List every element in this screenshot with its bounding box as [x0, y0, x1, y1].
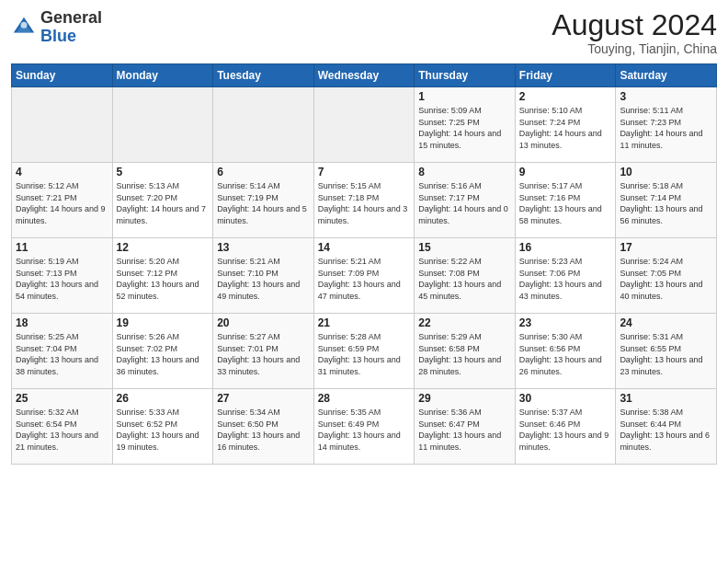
day-info: Sunrise: 5:26 AMSunset: 7:02 PMDaylight:… [117, 331, 210, 377]
day-info: Sunrise: 5:32 AMSunset: 6:54 PMDaylight:… [16, 407, 108, 453]
logo: General Blue [11, 9, 102, 46]
day-number: 29 [418, 392, 511, 405]
calendar-cell: 12Sunrise: 5:20 AMSunset: 7:12 PMDayligh… [112, 238, 213, 314]
calendar-cell: 10Sunrise: 5:18 AMSunset: 7:14 PMDayligh… [616, 163, 717, 238]
day-info: Sunrise: 5:13 AMSunset: 7:20 PMDaylight:… [117, 180, 210, 226]
calendar-week-5: 25Sunrise: 5:32 AMSunset: 6:54 PMDayligh… [12, 389, 717, 465]
col-friday: Friday [515, 64, 616, 87]
calendar-cell: 30Sunrise: 5:37 AMSunset: 6:46 PMDayligh… [515, 389, 616, 465]
col-monday: Monday [112, 64, 213, 87]
day-info: Sunrise: 5:22 AMSunset: 7:08 PMDaylight:… [418, 256, 511, 302]
calendar-cell: 5Sunrise: 5:13 AMSunset: 7:20 PMDaylight… [112, 163, 213, 238]
calendar-header: Sunday Monday Tuesday Wednesday Thursday… [12, 64, 717, 87]
calendar-cell: 31Sunrise: 5:38 AMSunset: 6:44 PMDayligh… [616, 389, 717, 465]
calendar-cell: 7Sunrise: 5:15 AMSunset: 7:18 PMDaylight… [313, 163, 415, 238]
calendar-cell: 18Sunrise: 5:25 AMSunset: 7:04 PMDayligh… [12, 314, 113, 389]
calendar-cell [313, 87, 415, 163]
calendar-cell: 2Sunrise: 5:10 AMSunset: 7:24 PMDaylight… [515, 87, 616, 163]
day-info: Sunrise: 5:27 AMSunset: 7:01 PMDaylight:… [217, 331, 310, 377]
day-number: 3 [620, 90, 712, 103]
day-number: 2 [519, 90, 612, 103]
day-info: Sunrise: 5:33 AMSunset: 6:52 PMDaylight:… [117, 407, 210, 453]
day-number: 7 [318, 166, 411, 178]
day-number: 23 [519, 316, 612, 329]
calendar-cell: 21Sunrise: 5:28 AMSunset: 6:59 PMDayligh… [313, 314, 415, 389]
day-info: Sunrise: 5:38 AMSunset: 6:44 PMDaylight:… [620, 407, 712, 453]
calendar-week-3: 11Sunrise: 5:19 AMSunset: 7:13 PMDayligh… [12, 238, 717, 314]
day-info: Sunrise: 5:12 AMSunset: 7:21 PMDaylight:… [16, 180, 108, 226]
calendar-cell: 25Sunrise: 5:32 AMSunset: 6:54 PMDayligh… [12, 389, 113, 465]
col-thursday: Thursday [415, 64, 516, 87]
day-info: Sunrise: 5:25 AMSunset: 7:04 PMDaylight:… [16, 331, 108, 377]
calendar-table: Sunday Monday Tuesday Wednesday Thursday… [11, 63, 717, 465]
day-number: 5 [117, 166, 210, 178]
day-number: 17 [620, 241, 712, 254]
day-number: 13 [217, 241, 310, 254]
day-info: Sunrise: 5:30 AMSunset: 6:56 PMDaylight:… [519, 331, 612, 377]
calendar-week-4: 18Sunrise: 5:25 AMSunset: 7:04 PMDayligh… [12, 314, 717, 389]
day-number: 26 [117, 392, 210, 405]
calendar-cell: 1Sunrise: 5:09 AMSunset: 7:25 PMDaylight… [415, 87, 516, 163]
day-number: 20 [217, 316, 310, 329]
day-number: 30 [519, 392, 612, 405]
day-number: 10 [620, 166, 712, 178]
logo-general-text: General [40, 8, 102, 27]
day-number: 1 [418, 90, 511, 103]
day-number: 14 [318, 241, 411, 254]
day-number: 21 [318, 316, 411, 329]
header: General Blue August 2024 Touying, Tianji… [11, 9, 717, 56]
calendar-cell: 16Sunrise: 5:23 AMSunset: 7:06 PMDayligh… [515, 238, 616, 314]
day-info: Sunrise: 5:37 AMSunset: 6:46 PMDaylight:… [519, 407, 612, 453]
day-number: 24 [620, 316, 712, 329]
day-info: Sunrise: 5:11 AMSunset: 7:23 PMDaylight:… [620, 105, 712, 151]
day-info: Sunrise: 5:29 AMSunset: 6:58 PMDaylight:… [418, 331, 511, 377]
day-info: Sunrise: 5:15 AMSunset: 7:18 PMDaylight:… [318, 180, 411, 226]
day-info: Sunrise: 5:20 AMSunset: 7:12 PMDaylight:… [117, 256, 210, 302]
location: Touying, Tianjin, China [552, 41, 717, 56]
calendar-cell: 26Sunrise: 5:33 AMSunset: 6:52 PMDayligh… [112, 389, 213, 465]
calendar-cell: 13Sunrise: 5:21 AMSunset: 7:10 PMDayligh… [213, 238, 314, 314]
day-info: Sunrise: 5:17 AMSunset: 7:16 PMDaylight:… [519, 180, 612, 226]
calendar-cell: 4Sunrise: 5:12 AMSunset: 7:21 PMDaylight… [12, 163, 113, 238]
day-number: 27 [217, 392, 310, 405]
logo-icon [11, 15, 37, 40]
day-info: Sunrise: 5:19 AMSunset: 7:13 PMDaylight:… [16, 256, 108, 302]
calendar-cell [213, 87, 314, 163]
day-info: Sunrise: 5:16 AMSunset: 7:17 PMDaylight:… [418, 180, 511, 226]
calendar-cell: 24Sunrise: 5:31 AMSunset: 6:55 PMDayligh… [616, 314, 717, 389]
month-title: August 2024 [552, 9, 717, 41]
col-sunday: Sunday [12, 64, 113, 87]
calendar-cell: 22Sunrise: 5:29 AMSunset: 6:58 PMDayligh… [415, 314, 516, 389]
calendar-cell: 29Sunrise: 5:36 AMSunset: 6:47 PMDayligh… [415, 389, 516, 465]
day-number: 28 [318, 392, 411, 405]
calendar-cell: 20Sunrise: 5:27 AMSunset: 7:01 PMDayligh… [213, 314, 314, 389]
logo-blue-text: Blue [40, 27, 76, 45]
calendar-cell: 14Sunrise: 5:21 AMSunset: 7:09 PMDayligh… [313, 238, 415, 314]
day-info: Sunrise: 5:10 AMSunset: 7:24 PMDaylight:… [519, 105, 612, 151]
col-tuesday: Tuesday [213, 64, 314, 87]
calendar-cell: 27Sunrise: 5:34 AMSunset: 6:50 PMDayligh… [213, 389, 314, 465]
day-info: Sunrise: 5:09 AMSunset: 7:25 PMDaylight:… [418, 105, 511, 151]
day-number: 18 [16, 316, 108, 329]
calendar-cell: 6Sunrise: 5:14 AMSunset: 7:19 PMDaylight… [213, 163, 314, 238]
calendar-cell: 23Sunrise: 5:30 AMSunset: 6:56 PMDayligh… [515, 314, 616, 389]
calendar-cell: 11Sunrise: 5:19 AMSunset: 7:13 PMDayligh… [12, 238, 113, 314]
day-info: Sunrise: 5:28 AMSunset: 6:59 PMDaylight:… [318, 331, 411, 377]
calendar-cell: 15Sunrise: 5:22 AMSunset: 7:08 PMDayligh… [415, 238, 516, 314]
day-number: 11 [16, 241, 108, 254]
col-saturday: Saturday [616, 64, 717, 87]
day-number: 8 [418, 166, 511, 178]
calendar-week-1: 1Sunrise: 5:09 AMSunset: 7:25 PMDaylight… [12, 87, 717, 163]
day-info: Sunrise: 5:31 AMSunset: 6:55 PMDaylight:… [620, 331, 712, 377]
day-number: 16 [519, 241, 612, 254]
day-info: Sunrise: 5:36 AMSunset: 6:47 PMDaylight:… [418, 407, 511, 453]
day-info: Sunrise: 5:21 AMSunset: 7:10 PMDaylight:… [217, 256, 310, 302]
page-container: General Blue August 2024 Touying, Tianji… [0, 0, 728, 472]
calendar-cell [12, 87, 113, 163]
calendar-cell: 17Sunrise: 5:24 AMSunset: 7:05 PMDayligh… [616, 238, 717, 314]
day-info: Sunrise: 5:18 AMSunset: 7:14 PMDaylight:… [620, 180, 712, 226]
day-number: 9 [519, 166, 612, 178]
calendar-cell: 8Sunrise: 5:16 AMSunset: 7:17 PMDaylight… [415, 163, 516, 238]
svg-point-2 [21, 21, 28, 28]
calendar-cell: 9Sunrise: 5:17 AMSunset: 7:16 PMDaylight… [515, 163, 616, 238]
